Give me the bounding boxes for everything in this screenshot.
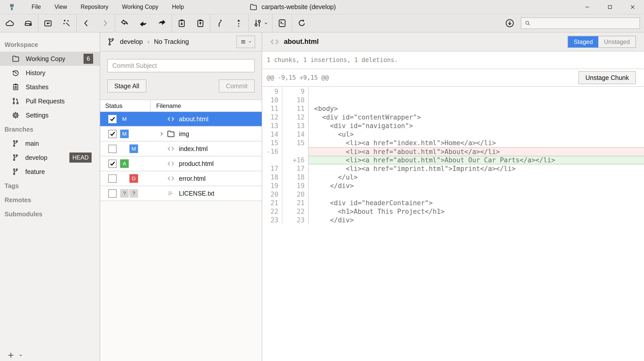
commit-button[interactable]: Commit <box>219 79 255 93</box>
stage-checkbox[interactable] <box>108 160 117 168</box>
diff-line-text: <div id="headerContainer"> <box>309 199 644 207</box>
tab-unstaged[interactable]: Unstaged <box>598 36 635 47</box>
sidebar-branch-feature[interactable]: feature <box>0 165 100 179</box>
sidebar-item-pull-requests[interactable]: Pull Requests <box>0 94 100 108</box>
menu-bar: File View Repository Working Copy Help <box>25 0 191 14</box>
fork-app-icon <box>8 3 16 11</box>
terminal-icon[interactable] <box>277 18 288 29</box>
fetch-icon[interactable] <box>119 18 130 29</box>
stash-save-icon[interactable] <box>176 18 187 29</box>
filename-cell: index.html <box>158 144 208 153</box>
old-line-number: -16 <box>262 147 282 156</box>
head-badge: HEAD <box>69 153 92 163</box>
forward-icon[interactable] <box>99 18 111 29</box>
new-line-number: 11 <box>282 104 309 113</box>
branch-options-button[interactable] <box>236 36 255 48</box>
file-row-about-html[interactable]: M about.html <box>100 112 262 127</box>
status-badges: A <box>120 159 138 168</box>
sidebar-item-history[interactable]: History <box>0 66 100 80</box>
status-badge-modified: M <box>120 115 129 123</box>
stage-checkbox[interactable] <box>108 189 117 198</box>
tab-staged[interactable]: Staged <box>568 36 598 47</box>
sidebar-header-submodules[interactable]: Submodules <box>0 207 100 221</box>
filename-text: about.html <box>179 115 208 123</box>
stage-all-button[interactable]: Stage All <box>107 79 146 93</box>
status-badge-empty <box>129 130 138 138</box>
file-table: Status Filename M <box>100 100 262 361</box>
new-line-number: 12 <box>282 113 309 122</box>
commit-buttons: Stage All Commit <box>107 79 255 93</box>
stage-checkbox[interactable] <box>108 174 117 183</box>
sidebar-item-settings[interactable]: Settings <box>0 108 100 122</box>
sidebar-header-remotes[interactable]: Remotes <box>0 193 100 207</box>
file-row-product-html[interactable]: A product.html <box>100 157 262 171</box>
status-badge-empty <box>129 115 138 123</box>
cloud-icon[interactable] <box>4 18 15 29</box>
stage-checkbox[interactable] <box>108 130 117 138</box>
hard-drive-icon[interactable] <box>23 18 34 29</box>
open-repo-folder-icon[interactable] <box>42 18 53 29</box>
sidebar-branch-main[interactable]: main <box>0 136 100 151</box>
menu-file[interactable]: File <box>25 0 48 14</box>
column-header-filename: Filename <box>151 100 181 111</box>
close-button[interactable] <box>621 0 644 14</box>
diff-line: 1212 <div id="contentWrapper"> <box>262 113 644 122</box>
maximize-button[interactable] <box>599 0 621 14</box>
toolbar-group-terminal <box>273 14 292 32</box>
sidebar-item-working-copy[interactable]: Working Copy 6 <box>0 52 100 66</box>
old-line-number: 13 <box>262 122 282 130</box>
file-row-license-txt[interactable]: ? ? LICENSE.txt <box>100 186 262 201</box>
rebase-dashed-icon[interactable] <box>233 18 244 29</box>
code-file-icon <box>166 144 176 153</box>
chevron-down-icon <box>19 353 23 357</box>
refresh-icon[interactable] <box>296 18 307 29</box>
column-header-status: Status <box>100 100 151 111</box>
quick-launch-wand-icon[interactable] <box>61 18 72 29</box>
status-badges: M <box>120 130 138 138</box>
fetch-status-icon[interactable] <box>504 18 515 29</box>
diff-line: 1515 <li><a href="index.html">Home</a></… <box>262 139 644 147</box>
search-input[interactable] <box>533 20 636 27</box>
new-line-number: 13 <box>282 122 309 130</box>
menu-repository[interactable]: Repository <box>74 0 115 14</box>
interactive-rebase-icon[interactable] <box>253 18 268 29</box>
diff-line: 1818 </ul> <box>262 173 644 182</box>
code-file-icon <box>166 115 176 123</box>
breadcrumb-separator-icon: › <box>146 38 150 45</box>
status-badges: D <box>120 174 138 183</box>
menu-help[interactable]: Help <box>165 0 191 14</box>
expand-chevron-icon[interactable] <box>158 131 165 137</box>
main-content: Workspace Working Copy 6 History Stashes <box>0 33 644 361</box>
unstage-chunk-button[interactable]: Unstage Chunk <box>578 71 636 84</box>
file-row-img[interactable]: M img <box>100 127 262 142</box>
file-row-error-html[interactable]: D error.html <box>100 171 262 186</box>
back-icon[interactable] <box>81 18 92 29</box>
git-branch-icon <box>12 140 19 147</box>
diff-line: 2020 <box>262 190 644 199</box>
sidebar-header-tags[interactable]: Tags <box>0 179 100 193</box>
file-row-index-html[interactable]: M index.html <box>100 142 262 157</box>
sidebar-header-branches[interactable]: Branches <box>0 122 100 136</box>
menu-working-copy[interactable]: Working Copy <box>115 0 165 14</box>
stash-pop-icon[interactable] <box>195 18 206 29</box>
push-icon[interactable] <box>156 18 168 29</box>
sidebar-item-stashes[interactable]: Stashes <box>0 80 100 94</box>
breadcrumb-branch: develop <box>120 38 143 46</box>
stage-checkbox[interactable] <box>108 115 117 123</box>
old-line-number: 17 <box>262 164 282 173</box>
pull-icon[interactable] <box>138 18 149 29</box>
minimize-button[interactable] <box>576 0 599 14</box>
diff-line-text: </ul> <box>309 173 644 182</box>
menu-view[interactable]: View <box>48 0 74 14</box>
status-badge-empty <box>120 174 129 183</box>
sidebar-item-label: Settings <box>26 112 48 119</box>
merge-branch-icon[interactable] <box>214 18 226 29</box>
filename-cell: LICENSE.txt <box>158 189 214 198</box>
status-badge-empty <box>120 144 129 153</box>
add-repository-button[interactable] <box>7 351 23 359</box>
commit-subject-input[interactable] <box>107 59 255 72</box>
sidebar-branch-develop[interactable]: develop HEAD <box>0 151 100 165</box>
stage-checkbox[interactable] <box>108 145 117 153</box>
diff-line: 99 <box>262 87 644 96</box>
breadcrumb-tracking: No Tracking <box>154 38 189 46</box>
